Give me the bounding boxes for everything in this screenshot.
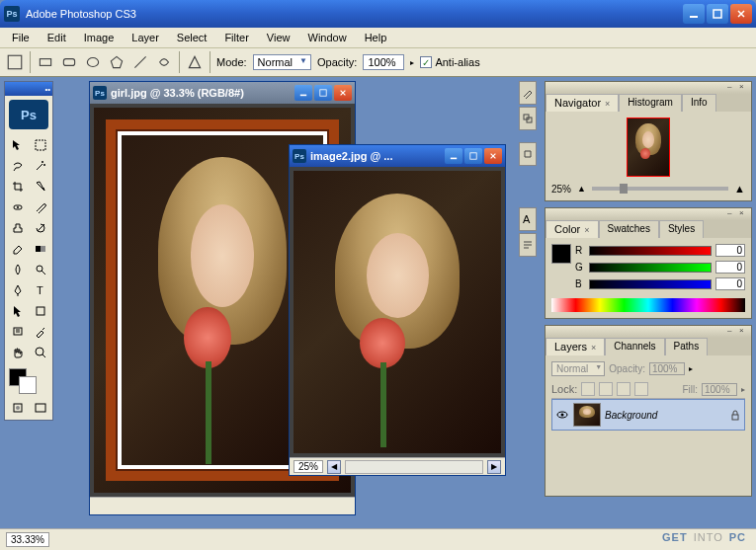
hand-tool-icon[interactable] — [7, 343, 29, 362]
dock-tool-presets-icon[interactable] — [519, 142, 537, 166]
tab-layers[interactable]: Layers× — [546, 338, 605, 355]
lock-position-icon[interactable] — [617, 382, 630, 396]
toolbox-header[interactable]: •• — [5, 82, 52, 96]
color-spectrum[interactable] — [551, 298, 745, 312]
dock-brushes-icon[interactable] — [519, 81, 537, 105]
shape-line-icon[interactable] — [131, 53, 149, 71]
menu-edit[interactable]: Edit — [40, 30, 74, 45]
notes-tool-icon[interactable] — [7, 322, 29, 342]
panel-collapse-icon[interactable]: – — [727, 326, 737, 336]
g-value-input[interactable]: 0 — [715, 261, 745, 274]
tool-preset-icon[interactable] — [6, 53, 24, 71]
tab-histogram[interactable]: Histogram — [619, 94, 682, 112]
dock-character-icon[interactable]: A — [519, 207, 537, 231]
eraser-tool-icon[interactable] — [7, 239, 29, 259]
dock-clone-icon[interactable] — [519, 107, 537, 130]
layer-thumbnail[interactable] — [573, 403, 601, 427]
horizontal-scrollbar[interactable] — [345, 460, 483, 474]
zoom-in-icon[interactable]: ▲ — [734, 183, 745, 195]
panel-close-icon[interactable]: × — [739, 82, 749, 92]
lasso-tool-icon[interactable] — [7, 156, 29, 176]
screenmode-icon[interactable] — [30, 398, 51, 418]
r-value-input[interactable]: 0 — [715, 244, 745, 257]
shape-roundrect-icon[interactable] — [60, 53, 78, 71]
menu-view[interactable]: View — [259, 30, 298, 45]
shape-custom-icon[interactable] — [155, 53, 173, 71]
doc-close-button[interactable] — [484, 148, 502, 164]
g-slider[interactable] — [589, 263, 712, 273]
panel-collapse-icon[interactable]: – — [727, 82, 737, 92]
panel-close-icon[interactable]: × — [739, 208, 749, 218]
tab-info[interactable]: Info — [682, 94, 716, 112]
menu-select[interactable]: Select — [169, 30, 215, 45]
document-window-image2[interactable]: Ps image2.jpg @ ... 25% ◀ ▶ — [289, 144, 506, 476]
document-titlebar[interactable]: Ps image2.jpg @ ... — [290, 145, 505, 167]
color-fg-swatch[interactable] — [551, 244, 571, 264]
fill-input[interactable]: 100% — [702, 383, 737, 396]
pen-tool-icon[interactable] — [7, 280, 29, 300]
brush-tool-icon[interactable] — [30, 197, 51, 217]
doc-minimize-button[interactable] — [445, 148, 462, 164]
shape-pen-icon[interactable] — [186, 53, 204, 71]
shape-tool-icon[interactable] — [30, 301, 51, 321]
antialias-checkbox[interactable]: ✓ — [420, 56, 432, 68]
tab-navigator[interactable]: Navigator× — [546, 94, 619, 112]
doc-maximize-button[interactable] — [314, 85, 332, 101]
crop-tool-icon[interactable] — [7, 177, 29, 196]
mode-select[interactable]: Normal — [253, 54, 311, 70]
layer-visibility-icon[interactable] — [555, 408, 569, 422]
doc-maximize-button[interactable] — [464, 148, 482, 164]
path-select-tool-icon[interactable] — [7, 301, 29, 321]
opacity-flyout-icon[interactable]: ▸ — [410, 58, 414, 67]
close-button[interactable] — [730, 4, 752, 24]
zoom-tool-icon[interactable] — [30, 343, 51, 362]
status-zoom-input[interactable]: 33.33% — [6, 532, 49, 547]
r-slider[interactable] — [589, 246, 712, 256]
layer-row[interactable]: Background — [551, 399, 745, 431]
fill-flyout-icon[interactable]: ▸ — [741, 385, 745, 394]
history-brush-tool-icon[interactable] — [30, 218, 51, 238]
shape-rect-icon[interactable] — [37, 53, 54, 71]
document-canvas[interactable] — [290, 167, 505, 457]
navigator-zoom-value[interactable]: 25% — [551, 184, 571, 195]
document-titlebar[interactable]: Ps girl.jpg @ 33.3% (RGB/8#) — [90, 82, 355, 104]
tab-styles[interactable]: Styles — [659, 220, 704, 238]
scroll-right-icon[interactable]: ▶ — [487, 460, 501, 474]
tab-channels[interactable]: Channels — [605, 338, 664, 355]
lock-all-icon[interactable] — [634, 382, 648, 396]
tab-swatches[interactable]: Swatches — [599, 220, 659, 238]
type-tool-icon[interactable]: T — [30, 280, 51, 300]
b-value-input[interactable]: 0 — [715, 277, 745, 290]
lock-transparency-icon[interactable] — [581, 382, 595, 396]
menu-window[interactable]: Window — [300, 30, 355, 45]
navigator-thumbnail[interactable] — [627, 118, 670, 177]
layer-name[interactable]: Background — [605, 410, 725, 421]
menu-file[interactable]: File — [4, 30, 38, 45]
healing-tool-icon[interactable] — [7, 197, 29, 217]
marquee-tool-icon[interactable] — [30, 135, 51, 155]
b-slider[interactable] — [589, 279, 712, 289]
gradient-tool-icon[interactable] — [30, 239, 51, 259]
lock-pixels-icon[interactable] — [599, 382, 613, 396]
menu-image[interactable]: Image — [76, 30, 123, 45]
stamp-tool-icon[interactable] — [7, 218, 29, 238]
minimize-button[interactable] — [683, 4, 705, 24]
dock-paragraph-icon[interactable] — [519, 233, 537, 257]
navigator-zoom-slider[interactable] — [592, 187, 728, 191]
slice-tool-icon[interactable] — [30, 177, 51, 196]
menu-layer[interactable]: Layer — [124, 30, 167, 45]
opacity-input[interactable]: 100% — [363, 54, 404, 70]
tab-paths[interactable]: Paths — [665, 338, 709, 355]
doc-close-button[interactable] — [334, 85, 352, 101]
shape-polygon-icon[interactable] — [108, 53, 126, 71]
zoom-out-icon[interactable]: ▲ — [577, 184, 586, 194]
scroll-left-icon[interactable]: ◀ — [327, 460, 341, 474]
panel-collapse-icon[interactable]: – — [727, 208, 737, 218]
menu-filter[interactable]: Filter — [216, 30, 256, 45]
panel-close-icon[interactable]: × — [739, 326, 749, 336]
quickmask-icon[interactable] — [7, 398, 29, 418]
color-swatches[interactable] — [5, 364, 52, 396]
dodge-tool-icon[interactable] — [30, 260, 51, 279]
move-tool-icon[interactable] — [7, 135, 29, 155]
tab-color[interactable]: Color× — [546, 220, 599, 238]
